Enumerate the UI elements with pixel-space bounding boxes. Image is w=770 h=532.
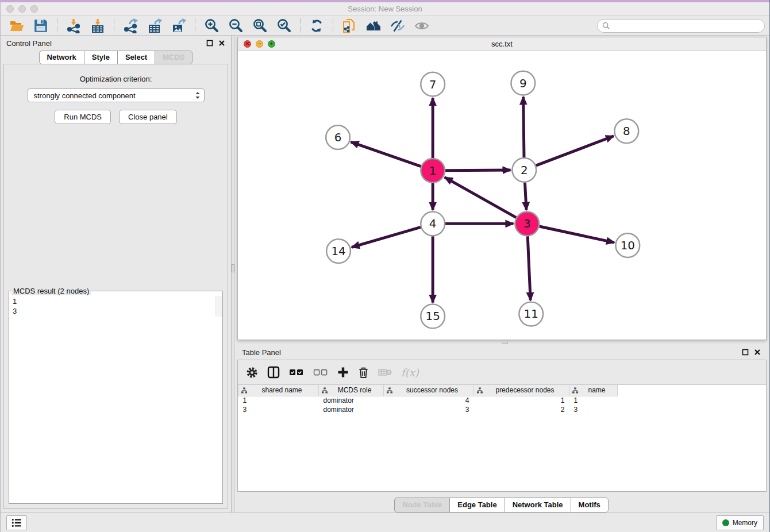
search-field[interactable] — [597, 19, 765, 33]
edge-2-8[interactable] — [536, 136, 614, 165]
graph-node-11[interactable]: 11 — [519, 302, 543, 326]
graph-node-3[interactable]: 3 — [515, 211, 539, 236]
graph-node-1[interactable]: 1 — [421, 159, 445, 183]
tab-style[interactable]: Style — [84, 51, 118, 64]
mcds-result-list[interactable]: 13 — [9, 295, 222, 317]
zoom-fit-button[interactable] — [248, 17, 271, 34]
network-window-titlebar[interactable]: ✕ − + scc.txt — [238, 37, 766, 51]
float-panel-icon[interactable] — [206, 40, 213, 47]
export-image-icon — [171, 18, 186, 33]
task-history-button[interactable] — [6, 515, 27, 530]
table-settings-button[interactable] — [246, 367, 258, 379]
edge-3-11[interactable] — [528, 236, 530, 300]
network-close-button[interactable]: ✕ — [244, 40, 251, 48]
delete-column-button[interactable] — [358, 367, 369, 379]
graph-node-7[interactable]: 7 — [421, 72, 445, 97]
export-image-button[interactable] — [167, 17, 190, 34]
zoom-window-button[interactable] — [30, 5, 38, 13]
table-row[interactable]: 3dominator323 — [238, 405, 618, 414]
table-cell[interactable]: 1 — [569, 396, 618, 405]
tab-network-table[interactable]: Network Table — [505, 498, 571, 512]
graph-node-8[interactable]: 8 — [614, 119, 638, 143]
zoom-in-icon — [204, 18, 219, 33]
show-column-button[interactable] — [267, 366, 280, 379]
tab-motifs[interactable]: Motifs — [571, 498, 609, 512]
run-mcds-button[interactable]: Run MCDS — [55, 110, 111, 124]
edge-2-9[interactable] — [523, 97, 524, 157]
tab-select[interactable]: Select — [117, 51, 155, 64]
column-tree-icon — [572, 387, 579, 394]
graph-node-4[interactable]: 4 — [421, 211, 445, 236]
column-header-predecessor-nodes[interactable]: predecessor nodes — [474, 385, 569, 396]
column-header-successor-nodes[interactable]: successor nodes — [384, 385, 474, 396]
optimization-criterion-dropdown[interactable]: strongly connected component — [28, 88, 205, 102]
add-column-button[interactable] — [337, 367, 349, 378]
open-session-button[interactable] — [5, 17, 28, 34]
column-header-shared-name[interactable]: shared name — [238, 385, 319, 396]
graph-node-15[interactable]: 15 — [421, 304, 445, 329]
graph-node-14[interactable]: 14 — [326, 239, 351, 263]
panel-splitter[interactable] — [231, 36, 235, 512]
save-session-button[interactable] — [29, 17, 52, 34]
close-table-panel-icon[interactable] — [754, 349, 761, 356]
close-window-button[interactable] — [6, 5, 14, 13]
result-scrollbar[interactable] — [215, 296, 222, 317]
table-cell[interactable]: 3 — [384, 405, 474, 414]
tab-mcds[interactable]: MCDS — [155, 51, 192, 64]
table-cell[interactable]: 4 — [384, 396, 474, 405]
table-cell[interactable]: 1 — [474, 396, 569, 405]
zoom-out-button[interactable] — [224, 17, 247, 34]
import-table-button[interactable] — [86, 17, 109, 34]
network-canvas[interactable]: 7968124314101511 — [238, 51, 766, 340]
edge-3-10[interactable] — [540, 226, 614, 242]
graph-node-2[interactable]: 2 — [512, 158, 536, 182]
splitter-grip-icon[interactable] — [232, 264, 234, 272]
edge-2-3[interactable] — [525, 183, 526, 210]
select-all-button[interactable] — [289, 368, 304, 376]
clear-selection-button[interactable] — [313, 368, 328, 376]
close-panel-icon[interactable] — [218, 40, 225, 47]
table-cell[interactable]: 1 — [238, 396, 319, 405]
show-graphics-button[interactable] — [410, 17, 433, 34]
edge-3-1[interactable] — [445, 178, 516, 218]
table-cell[interactable]: 3 — [238, 405, 319, 414]
refresh-button[interactable] — [305, 17, 328, 34]
edge-1-6[interactable] — [351, 142, 421, 167]
table-cell[interactable]: 3 — [569, 405, 618, 414]
network-minimize-button[interactable]: − — [256, 40, 263, 48]
vertical-sash[interactable] — [236, 340, 767, 345]
sash-grip-icon[interactable] — [502, 341, 508, 344]
node-table[interactable]: shared nameMCDS rolesuccessor nodesprede… — [238, 384, 766, 491]
graph-node-10[interactable]: 10 — [615, 233, 640, 257]
network-maximize-button[interactable]: + — [268, 40, 275, 48]
table-cell[interactable]: dominator — [319, 405, 384, 414]
table-row[interactable]: 1dominator411 — [238, 396, 618, 405]
import-network-button[interactable] — [62, 17, 85, 34]
tab-edge-table[interactable]: Edge Table — [449, 498, 505, 512]
annotation-button[interactable] — [338, 17, 361, 34]
tab-network[interactable]: Network — [39, 51, 84, 64]
tab-node-table[interactable]: Node Table — [394, 498, 450, 512]
table-cell[interactable]: dominator — [319, 396, 384, 405]
zoom-selected-button[interactable] — [272, 17, 295, 34]
column-header-MCDS-role[interactable]: MCDS role — [319, 385, 384, 396]
table-cell[interactable]: 2 — [474, 405, 569, 414]
edge-1-2[interactable] — [445, 170, 510, 171]
graph-node-9[interactable]: 9 — [511, 71, 535, 95]
home-button[interactable] — [362, 17, 385, 34]
function-builder-button[interactable]: f(x) — [401, 367, 419, 379]
graph-node-6[interactable]: 6 — [326, 125, 350, 149]
node-table-header-row: shared nameMCDS rolesuccessor nodesprede… — [238, 385, 618, 396]
export-network-button[interactable] — [119, 17, 142, 34]
hide-graphics-button[interactable] — [386, 17, 409, 34]
delete-table-button[interactable] — [378, 368, 392, 377]
float-table-panel-icon[interactable] — [742, 349, 749, 356]
column-header-name[interactable]: name — [569, 385, 618, 396]
search-input[interactable] — [613, 22, 760, 30]
memory-button[interactable]: Memory — [716, 515, 764, 530]
edge-4-14[interactable] — [352, 227, 421, 247]
minimize-window-button[interactable] — [18, 5, 26, 13]
close-panel-button[interactable]: Close panel — [119, 110, 177, 124]
zoom-in-button[interactable] — [200, 17, 223, 34]
export-table-button[interactable] — [143, 17, 166, 34]
